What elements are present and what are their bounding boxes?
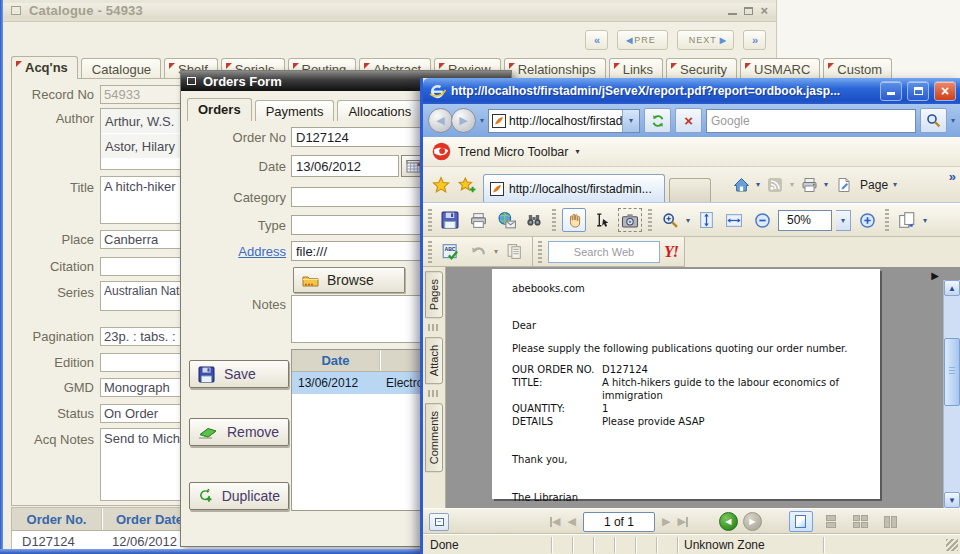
address-combo[interactable]: ▾ [488, 109, 640, 133]
search-go-button[interactable] [920, 108, 947, 133]
tab-catalogue[interactable]: Catalogue [81, 58, 161, 79]
feeds-button[interactable] [763, 173, 787, 197]
previous-page-button[interactable]: ◀ [567, 515, 575, 528]
tab-allocations[interactable]: Allocations [337, 100, 422, 121]
snapshot-tool-button[interactable] [618, 208, 642, 232]
toolbar-overflow-icon[interactable]: » [949, 169, 956, 184]
maximize-icon[interactable] [744, 7, 753, 15]
next-record-button[interactable]: NEXT▶ [677, 30, 734, 50]
tab-usmarc[interactable]: USMARC [740, 58, 820, 79]
scrollbar-thumb[interactable] [944, 338, 960, 406]
zoom-level-dropdown[interactable]: ▾ [836, 210, 851, 231]
search-web-input[interactable] [549, 246, 659, 258]
remove-button[interactable]: Remove [189, 418, 289, 446]
hide-panel-icon[interactable]: ▶ [931, 270, 939, 281]
last-record-button[interactable]: » [743, 30, 766, 50]
zoom-out-button[interactable] [750, 208, 774, 232]
address-link[interactable]: Address [186, 244, 286, 259]
pdf-print-button[interactable] [466, 208, 490, 232]
type-input[interactable] [291, 215, 441, 235]
tab-orders[interactable]: Orders [187, 98, 252, 121]
tab-acqns[interactable]: Acq'ns [11, 56, 78, 79]
tab-links[interactable]: Links [609, 58, 663, 79]
vertical-scrollbar[interactable]: ▲ ▼ [943, 280, 960, 508]
browse-button[interactable]: Browse [293, 267, 405, 293]
home-button[interactable] [729, 173, 753, 197]
search-web-box[interactable] [548, 241, 660, 263]
minimize-icon[interactable] [728, 7, 737, 15]
single-page-view-button[interactable] [789, 511, 813, 532]
category-input[interactable] [291, 187, 441, 207]
address-input[interactable] [291, 241, 441, 261]
tab-relationships[interactable]: Relationships [504, 58, 606, 79]
toolbar-grip[interactable] [648, 209, 652, 231]
first-page-button[interactable]: ◀ [550, 515, 560, 528]
search-input[interactable] [711, 114, 911, 128]
maximize-button[interactable] [907, 81, 929, 101]
continuous-facing-view-button[interactable] [849, 511, 873, 532]
save-button[interactable]: Save [189, 360, 289, 388]
print-button[interactable] [797, 173, 821, 197]
print-dropdown-icon[interactable]: ▾ [824, 180, 828, 189]
page-dropdown-icon[interactable]: ▾ [893, 180, 897, 189]
pdf-save-button[interactable] [438, 208, 462, 232]
stop-button[interactable]: × [675, 108, 702, 133]
favorites-button[interactable] [429, 173, 453, 197]
browser-titlebar[interactable]: http://localhost/firstadmin/jServeX/repo… [423, 78, 960, 104]
toolbar-grip[interactable] [885, 209, 889, 231]
resize-grip[interactable] [946, 539, 958, 551]
zoom-tool-button[interactable] [658, 208, 682, 232]
previous-view-button[interactable]: ◀ [719, 512, 738, 531]
facing-view-button[interactable] [879, 511, 903, 532]
page-menu-label[interactable]: Page [860, 178, 888, 192]
order-no-header[interactable]: Order No. [12, 508, 102, 530]
forward-button[interactable]: ▶ [451, 108, 476, 133]
attachments-panel-tab[interactable]: Attach [425, 337, 443, 384]
continuous-view-button[interactable] [819, 511, 843, 532]
pdf-email-button[interactable] [494, 208, 518, 232]
first-record-button[interactable]: « [585, 30, 608, 50]
new-tab-button[interactable] [669, 178, 711, 202]
page-display-dropdown-icon[interactable]: ▾ [923, 216, 927, 225]
next-page-button[interactable]: ▶ [662, 515, 670, 528]
page-indicator[interactable]: 1 of 1 [583, 512, 655, 532]
last-page-button[interactable]: ▶ [677, 515, 687, 528]
restore-icon[interactable] [187, 77, 196, 85]
address-input[interactable] [509, 114, 622, 128]
close-icon[interactable]: × [760, 7, 768, 15]
select-tool-button[interactable] [590, 208, 614, 232]
page-menu-button[interactable] [831, 173, 855, 197]
yahoo-icon[interactable]: Y! [664, 243, 678, 261]
home-dropdown-icon[interactable]: ▾ [756, 180, 760, 189]
toolbar-grip[interactable] [428, 241, 432, 263]
tab-payments[interactable]: Payments [255, 100, 335, 121]
undo-button[interactable] [466, 240, 490, 264]
search-options-dropdown-icon[interactable]: ▾ [951, 116, 955, 125]
catalogue-titlebar[interactable]: Catalogue - 54933 × [3, 0, 776, 22]
duplicate-button[interactable]: Duplicate [189, 482, 289, 510]
date-column-header[interactable]: Date [292, 350, 380, 371]
restore-icon[interactable] [11, 6, 21, 15]
zoom-in-button[interactable] [855, 208, 879, 232]
hand-tool-button[interactable] [562, 208, 586, 232]
address-dropdown-button[interactable]: ▾ [622, 110, 639, 132]
zoom-level-box[interactable]: 50% [778, 210, 832, 231]
history-dropdown-icon[interactable]: ▾ [480, 116, 484, 125]
minimize-button[interactable] [880, 81, 902, 101]
date-input[interactable] [291, 155, 399, 177]
trend-toolbar-label[interactable]: Trend Micro Toolbar [458, 145, 568, 159]
add-favorite-button[interactable] [455, 173, 479, 197]
toolbar-grip[interactable] [538, 241, 542, 263]
zoom-tool-dropdown-icon[interactable]: ▾ [686, 216, 690, 225]
spellcheck-button[interactable]: ABC [438, 240, 462, 264]
next-view-button[interactable]: ▶ [743, 512, 762, 531]
pages-panel-tab[interactable]: Pages [425, 271, 443, 318]
browser-tab-active[interactable]: http://localhost/firstadmin... [483, 174, 665, 202]
tab-custom[interactable]: Custom [823, 58, 892, 79]
search-box[interactable] [706, 109, 916, 133]
toolbar-grip[interactable] [428, 209, 432, 231]
collapse-toolbar-button[interactable]: − [429, 513, 449, 531]
copy-button[interactable] [502, 240, 526, 264]
back-button[interactable]: ◀ [428, 108, 453, 133]
scroll-down-button[interactable]: ▼ [944, 492, 960, 508]
